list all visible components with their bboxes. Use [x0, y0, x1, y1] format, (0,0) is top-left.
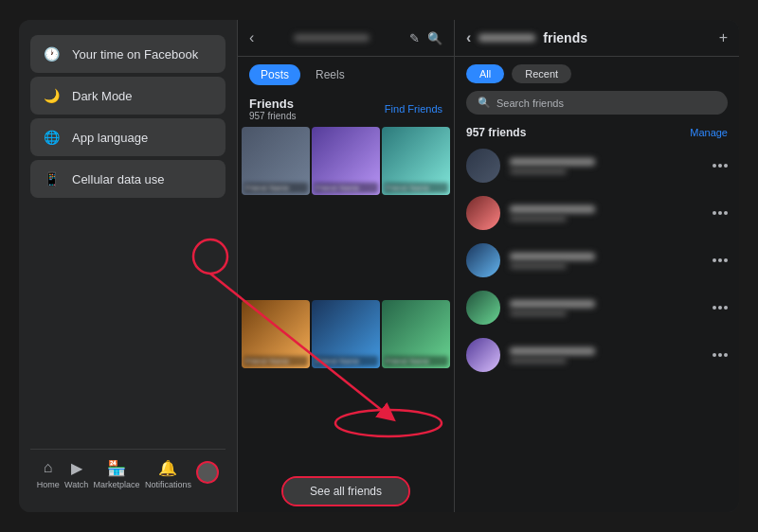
menu-item-dark-mode-label: Dark Mode [72, 89, 133, 103]
menu-item-dark-mode[interactable]: 🌙 Dark Mode [30, 77, 226, 115]
friend-name-blur-5 [510, 347, 595, 355]
friend-thumb-3[interactable]: Friend Name [382, 127, 450, 195]
friend-menu-5[interactable] [713, 353, 728, 357]
back-icon-right[interactable]: ‹ [466, 29, 471, 46]
friends-grid: Friend Name Friend Name Friend Name Frie… [238, 127, 454, 470]
nav-watch[interactable]: ▶ Watch [64, 457, 88, 489]
friend-menu-1[interactable] [713, 164, 728, 168]
friend-list [455, 145, 739, 376]
nav-notifications-label: Notifications [145, 480, 191, 489]
friends-header: Friends 957 friends Find Friends [238, 93, 454, 127]
friend-menu-3[interactable] [713, 258, 728, 262]
friend-sub-blur-2 [510, 216, 567, 222]
friends-list-count: 957 friends [466, 126, 526, 139]
nav-profile[interactable] [196, 461, 219, 486]
friend-name-6: Friend Name [384, 356, 448, 366]
friend-thumb-4[interactable]: Friend Name [242, 300, 310, 368]
friend-avatar-2 [466, 196, 500, 230]
friend-row[interactable] [466, 287, 728, 328]
right-header: ‹ friends + [455, 20, 739, 57]
friend-menu-4[interactable] [713, 306, 728, 310]
middle-header: ‹ ✎ 🔍 [238, 20, 454, 57]
nav-home-label: Home [37, 480, 60, 489]
friend-info-2 [510, 205, 703, 222]
friend-thumb-1[interactable]: Friend Name [242, 127, 310, 195]
tab-reels[interactable]: Reels [304, 64, 356, 85]
profile-name-right-blurred [478, 34, 535, 42]
friends-count-middle: 957 friends [249, 111, 296, 121]
watch-icon: ▶ [66, 457, 87, 478]
add-friend-icon[interactable]: + [719, 29, 728, 46]
bottom-nav: ⌂ Home ▶ Watch 🏪 Marketplace 🔔 Notificat… [30, 449, 226, 497]
friend-info-3 [510, 253, 703, 269]
friend-avatar-1 [466, 149, 500, 183]
search-box-icon: 🔍 [478, 97, 491, 109]
filter-recent-button[interactable]: Recent [512, 64, 571, 83]
friend-name-5: Friend Name [314, 356, 378, 366]
tabs-row: Posts Reels [238, 57, 454, 93]
screenshot-container: 🕐 Your time on Facebook 🌙 Dark Mode 🌐 Ap… [19, 20, 739, 512]
tab-posts[interactable]: Posts [249, 64, 300, 85]
friend-thumb-2[interactable]: Friend Name [312, 127, 380, 195]
friend-info-5 [510, 347, 703, 364]
filter-all-button[interactable]: All [466, 64, 504, 83]
friend-row[interactable] [466, 239, 728, 281]
profile-avatar [196, 461, 219, 484]
home-icon: ⌂ [38, 457, 59, 478]
nav-watch-label: Watch [64, 480, 88, 489]
filter-row: All Recent [455, 57, 739, 91]
friend-info-1 [510, 158, 703, 174]
clock-icon: 🕐 [42, 44, 61, 63]
right-panel: ‹ friends + All Recent 🔍 Search friends … [455, 20, 739, 512]
friend-name-blur-2 [510, 205, 595, 213]
menu-item-your-time-label: Your time on Facebook [72, 47, 198, 62]
menu-item-cellular-label: Cellular data use [72, 172, 165, 186]
friend-sub-blur-1 [510, 168, 567, 174]
friend-name-4: Friend Name [244, 356, 308, 366]
friend-thumb-5[interactable]: Friend Name [312, 300, 380, 368]
nav-home[interactable]: ⌂ Home [37, 457, 60, 489]
menu-item-app-language-label: App language [72, 131, 148, 145]
menu-item-your-time[interactable]: 🕐 Your time on Facebook [30, 35, 226, 73]
friend-thumb-6[interactable]: Friend Name [382, 300, 450, 368]
nav-marketplace-label: Marketplace [94, 480, 140, 489]
friend-avatar-4 [466, 291, 500, 325]
friend-sub-blur-5 [510, 358, 567, 364]
phone-icon: 📱 [42, 169, 61, 188]
friend-name-blur-3 [510, 253, 595, 260]
friend-avatar-3 [466, 243, 500, 277]
menu-item-app-language[interactable]: 🌐 App language [30, 118, 226, 156]
friends-title-right: friends [543, 30, 587, 45]
search-box[interactable]: 🔍 Search friends [466, 91, 728, 115]
friend-sub-blur-4 [510, 310, 567, 316]
edit-icon[interactable]: ✎ [409, 31, 420, 45]
friend-name-1: Friend Name [244, 183, 308, 193]
search-icon[interactable]: 🔍 [427, 31, 442, 45]
back-icon[interactable]: ‹ [249, 29, 254, 46]
friend-name-blur-1 [510, 158, 595, 166]
manage-link[interactable]: Manage [690, 127, 728, 138]
friend-info-4 [510, 300, 703, 316]
profile-name-blurred [294, 34, 370, 42]
menu-item-cellular-data[interactable]: 📱 Cellular data use [30, 160, 226, 198]
nav-marketplace[interactable]: 🏪 Marketplace [94, 457, 140, 489]
bell-icon: 🔔 [157, 457, 178, 478]
globe-icon: 🌐 [42, 128, 61, 147]
see-all-friends-button[interactable]: See all friends [283, 478, 408, 505]
friends-title: Friends [249, 97, 296, 111]
friend-row[interactable] [466, 192, 728, 234]
middle-panel: ‹ ✎ 🔍 Posts Reels Friends 957 friends Fi… [237, 20, 455, 512]
search-row: 🔍 Search friends [455, 91, 739, 122]
left-panel: 🕐 Your time on Facebook 🌙 Dark Mode 🌐 Ap… [19, 20, 237, 512]
friends-list-header: 957 friends Manage [455, 122, 739, 145]
moon-icon: 🌙 [42, 86, 61, 105]
friend-name-3: Friend Name [384, 183, 448, 193]
find-friends-link[interactable]: Find Friends [385, 103, 442, 115]
friend-sub-blur-3 [510, 263, 567, 269]
friend-row[interactable] [466, 334, 728, 376]
search-box-placeholder: Search friends [496, 98, 564, 109]
friend-menu-2[interactable] [713, 211, 728, 215]
friend-name-blur-4 [510, 300, 595, 308]
nav-notifications[interactable]: 🔔 Notifications [145, 457, 191, 489]
friend-row[interactable] [466, 145, 728, 186]
